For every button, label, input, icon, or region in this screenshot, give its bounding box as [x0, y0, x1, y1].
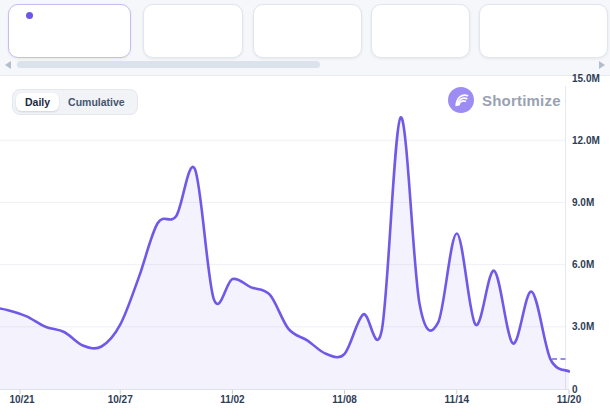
stat-card-shares[interactable] [479, 4, 608, 58]
x-axis-label: 10/27 [108, 395, 133, 405]
toggle-cumulative[interactable]: Cumulative [59, 93, 134, 111]
y-axis-label: 6.0M [572, 260, 594, 270]
x-axis-label: 11/08 [332, 395, 356, 405]
brand-watermark: Shortimize [448, 87, 561, 113]
y-axis-label: 3.0M [572, 322, 594, 332]
toggle-daily[interactable]: Daily [16, 93, 59, 111]
y-axis-label: 12.0M [572, 136, 600, 146]
scrollbar-thumb[interactable] [17, 61, 320, 68]
y-axis-label: 9.0M [572, 198, 594, 208]
y-axis-label: 15.0M [572, 74, 600, 84]
view-mode-toggle: Daily Cumulative [12, 89, 138, 115]
stat-card-likes[interactable] [253, 4, 362, 58]
brand-name: Shortimize [482, 92, 561, 109]
active-metric-dot-icon [26, 12, 33, 19]
shortimize-logo-icon [448, 87, 474, 113]
x-axis-label: 11/20 [557, 395, 581, 405]
x-axis-label: 11/14 [445, 395, 469, 405]
analytics-dashboard: Daily Cumulative Shortimize 03.0M6.0M9.0… [0, 0, 610, 416]
views-chart[interactable] [0, 76, 610, 416]
stat-card-header [21, 12, 119, 19]
scroll-left-arrow-icon[interactable] [5, 61, 11, 69]
stat-cards-row [8, 4, 608, 58]
y-axis-label: 0 [572, 385, 578, 395]
x-axis-label: 10/21 [9, 395, 34, 405]
x-axis-label: 11/02 [220, 395, 244, 405]
stat-card-comments[interactable] [371, 4, 470, 58]
stat-card-views[interactable] [8, 4, 131, 58]
scroll-right-arrow-icon[interactable] [599, 61, 605, 69]
views-area-fill [0, 117, 569, 389]
stat-card-engagement[interactable] [143, 4, 243, 58]
chart-panel: Daily Cumulative Shortimize 03.0M6.0M9.0… [0, 75, 610, 416]
